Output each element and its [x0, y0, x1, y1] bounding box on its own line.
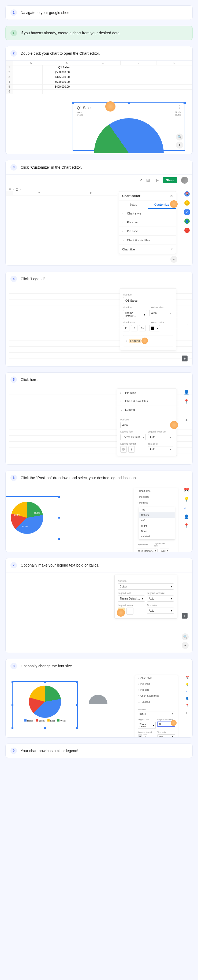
- bold-button[interactable]: B: [123, 325, 130, 331]
- close-icon[interactable]: ✕: [170, 194, 173, 198]
- title-color-select[interactable]: ▾: [149, 325, 160, 331]
- explore-icon[interactable]: ✦: [182, 642, 188, 649]
- calendar-icon[interactable]: 📅: [184, 488, 189, 493]
- title-size-select[interactable]: Auto▾: [149, 310, 173, 316]
- contacts-icon[interactable]: 👤: [184, 514, 189, 519]
- add-widget-button[interactable]: +: [182, 356, 188, 361]
- meet-icon[interactable]: ▢▾: [154, 178, 159, 182]
- italic-button[interactable]: I: [128, 446, 135, 453]
- cell-b3[interactable]: $375,500.00: [43, 75, 72, 80]
- tab-setup[interactable]: Setup: [119, 201, 147, 209]
- col-d-header[interactable]: D: [120, 60, 157, 65]
- option-none[interactable]: None: [139, 528, 175, 534]
- filter-icon[interactable]: ▽: [9, 188, 11, 191]
- contacts-icon[interactable]: 👤: [185, 697, 189, 700]
- option-labeled[interactable]: Labeled: [139, 534, 175, 539]
- tasks-icon[interactable]: ✓: [184, 506, 189, 511]
- maps-icon[interactable]: 📍: [184, 228, 190, 233]
- explore-icon[interactable]: ✦: [176, 142, 183, 148]
- keep-icon[interactable]: 💡: [185, 683, 189, 686]
- bold-button[interactable]: B: [118, 608, 125, 614]
- tasks-icon[interactable]: ✓: [185, 690, 189, 694]
- col-a-header[interactable]: A: [13, 60, 49, 65]
- add-widget-icon[interactable]: +: [185, 417, 188, 423]
- legend-font-select[interactable]: Theme Default… ▾: [137, 549, 158, 552]
- keep-icon[interactable]: 💡: [184, 496, 189, 502]
- option-top[interactable]: Top: [139, 507, 175, 512]
- comment-icon[interactable]: ▦: [146, 178, 150, 182]
- chart-object[interactable]: 25.5% 24.7% 21.4%: [6, 496, 59, 539]
- section-chart-style[interactable]: ›Chart style: [119, 209, 176, 218]
- avatar[interactable]: [181, 177, 188, 184]
- italic-button[interactable]: I: [143, 734, 147, 737]
- option-right[interactable]: Right: [139, 523, 175, 528]
- cell-b2[interactable]: $500,000.00: [43, 70, 72, 75]
- position-select[interactable]: Bottom▾: [118, 584, 174, 590]
- section-chart-axis-titles[interactable]: ⌄Chart & axis titles: [119, 235, 176, 245]
- col-e-header[interactable]: E: [157, 60, 192, 65]
- history-icon[interactable]: ↗: [139, 178, 143, 182]
- contacts-icon[interactable]: 👤: [184, 218, 190, 224]
- maps-icon[interactable]: 📍: [184, 399, 189, 404]
- explore-fab[interactable]: ✦: [170, 256, 177, 263]
- legend-font-select[interactable]: Theme Default…▾: [138, 722, 156, 729]
- col-y-header[interactable]: Y: [13, 191, 65, 196]
- sigma-icon[interactable]: Σ: [16, 188, 18, 191]
- italic-button[interactable]: I: [131, 325, 138, 331]
- section-pie-slice[interactable]: ›Pie slice: [135, 687, 177, 693]
- legend-section-button[interactable]: › Legend: [123, 335, 173, 347]
- col-o-header[interactable]: O: [65, 191, 117, 196]
- chart-object[interactable]: ⋮ Q1 Sales West24.9% North25.4% 🔍 ✦: [73, 102, 185, 151]
- cell-b4[interactable]: $600,000.00: [43, 80, 72, 85]
- row-4-header[interactable]: 4: [6, 80, 13, 85]
- chart-object[interactable]: North South East West: [12, 681, 78, 728]
- text-color-select[interactable]: Auto▾: [148, 446, 173, 452]
- bold-button[interactable]: B: [120, 446, 127, 453]
- section-pie-slice[interactable]: ›Pie slice: [134, 500, 177, 506]
- maps-icon[interactable]: 📍: [185, 704, 189, 707]
- section-chart-axis-titles[interactable]: ›Chart & axis titles: [135, 693, 177, 699]
- zoom-in-icon[interactable]: 🔍: [182, 633, 188, 640]
- title-font-select[interactable]: Theme Default…▾: [123, 310, 147, 319]
- section-chart-axis-titles[interactable]: ›Chart & axis titles: [117, 397, 177, 406]
- section-legend[interactable]: ⌄Legend: [135, 699, 177, 705]
- section-pie-slice[interactable]: ›Pie slice: [119, 227, 176, 235]
- section-pie-slice[interactable]: ›Pie slice: [117, 389, 177, 397]
- calendar-icon[interactable]: 📅: [184, 191, 190, 197]
- contacts-icon[interactable]: 👤: [184, 390, 189, 395]
- add-widget-icon[interactable]: +: [185, 711, 189, 715]
- chart-more-icon[interactable]: ⋮: [177, 105, 182, 110]
- legend-size-select[interactable]: 20▾: [157, 722, 175, 726]
- chart-title-select[interactable]: Chart title▾: [119, 245, 176, 254]
- row-2-header[interactable]: 2: [6, 70, 13, 75]
- legend-font-select[interactable]: Theme Default…▾: [120, 434, 146, 440]
- col-b-header[interactable]: B: [49, 60, 85, 65]
- legend-size-select[interactable]: Auto ▾: [160, 549, 169, 552]
- keep-icon[interactable]: 💡: [184, 200, 190, 206]
- zoom-in-icon[interactable]: 🔍: [176, 134, 183, 140]
- calendar-icon[interactable]: 📅: [185, 676, 189, 679]
- legend-size-select[interactable]: Auto▾: [147, 595, 174, 602]
- sheet-grid[interactable]: Y O: [6, 191, 117, 196]
- cell-b1[interactable]: Q1 Sales: [43, 65, 72, 70]
- cell-b5[interactable]: $490,000.00: [43, 85, 72, 89]
- bold-button[interactable]: B: [138, 734, 142, 737]
- row-5-header[interactable]: 5: [6, 85, 13, 89]
- option-bottom[interactable]: Bottom: [139, 512, 175, 518]
- legend-font-select[interactable]: Theme Default…▾: [118, 595, 145, 602]
- col-c-header[interactable]: C: [85, 60, 121, 65]
- row-3-header[interactable]: 3: [6, 75, 13, 80]
- italic-button[interactable]: I: [127, 608, 133, 614]
- section-chart-style[interactable]: ›Chart style: [134, 488, 177, 494]
- section-chart-style[interactable]: ›Chart style: [135, 675, 177, 681]
- option-left[interactable]: Left: [139, 518, 175, 523]
- tab-customize[interactable]: Customize: [147, 201, 176, 209]
- section-pie-chart[interactable]: ›Pie chart: [119, 218, 176, 227]
- legend-size-select[interactable]: Auto▾: [148, 434, 173, 440]
- section-legend[interactable]: ⌄Legend: [117, 406, 177, 414]
- section-pie-chart[interactable]: ›Pie chart: [134, 494, 177, 500]
- text-color-select[interactable]: Auto▾: [147, 608, 174, 614]
- position-select[interactable]: Auto▾: [120, 422, 173, 428]
- row-1-header[interactable]: 1: [6, 65, 13, 70]
- text-color-select[interactable]: Auto▾: [157, 734, 175, 737]
